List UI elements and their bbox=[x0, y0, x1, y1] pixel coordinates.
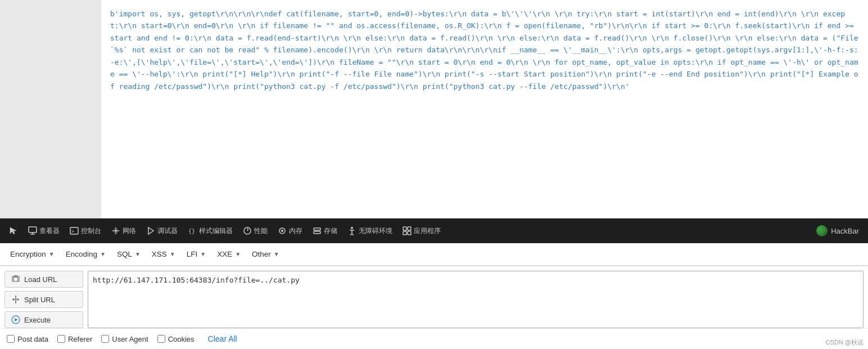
code-content: b'import os, sys, getopt\r\n\r\n\r\ndef … bbox=[101, 0, 868, 218]
devtools-network[interactable]: 网络 bbox=[107, 224, 141, 238]
devtools-inspector[interactable]: 查看器 bbox=[24, 224, 64, 238]
user-agent-checkbox[interactable]: User Agent bbox=[101, 335, 148, 343]
sql-chevron: ▼ bbox=[135, 251, 141, 257]
apps-icon bbox=[403, 226, 412, 235]
code-text: b'import os, sys, getopt\r\n\r\n\r\ndef … bbox=[110, 10, 858, 91]
user-agent-label: User Agent bbox=[112, 335, 148, 343]
user-agent-check[interactable] bbox=[101, 335, 109, 343]
menu-other[interactable]: Other ▼ bbox=[246, 247, 285, 262]
watermark: CSDN @秋说 bbox=[826, 338, 864, 347]
hackbar-body: Load URL Split URL Execute Post data bbox=[0, 266, 868, 349]
clear-all-button[interactable]: Clear All bbox=[208, 334, 237, 343]
load-url-icon bbox=[11, 274, 21, 284]
svg-rect-16 bbox=[403, 231, 406, 235]
left-panel bbox=[0, 0, 101, 218]
load-url-button[interactable]: Load URL bbox=[4, 271, 83, 288]
devtools-memory[interactable]: 内存 bbox=[273, 224, 307, 238]
memory-icon bbox=[278, 226, 287, 235]
svg-marker-27 bbox=[15, 318, 18, 321]
storage-icon bbox=[313, 226, 322, 235]
lfi-label: LFI bbox=[187, 250, 198, 258]
lfi-chevron: ▼ bbox=[200, 251, 206, 257]
hackbar-label: HackBar bbox=[831, 227, 859, 235]
url-input[interactable] bbox=[93, 276, 858, 284]
svg-marker-0 bbox=[10, 227, 16, 234]
split-url-icon bbox=[11, 294, 21, 305]
encryption-label: Encryption bbox=[10, 250, 46, 258]
svg-rect-15 bbox=[408, 227, 411, 230]
devtools-cursor-icon[interactable] bbox=[4, 224, 22, 238]
execute-button[interactable]: Execute bbox=[4, 311, 83, 328]
inspector-label: 查看器 bbox=[39, 226, 60, 236]
encryption-chevron: ▼ bbox=[49, 251, 55, 257]
debugger-label: 调试器 bbox=[157, 226, 178, 236]
apps-label: 应用程序 bbox=[414, 226, 441, 236]
menu-encryption[interactable]: Encryption ▼ bbox=[4, 247, 60, 262]
devtools-style-editor[interactable]: {} 样式编辑器 bbox=[183, 224, 237, 238]
hackbar-menu: Encryption ▼ Encoding ▼ SQL ▼ XSS ▼ LFI … bbox=[0, 243, 868, 266]
split-url-button[interactable]: Split URL bbox=[4, 291, 83, 308]
other-chevron: ▼ bbox=[274, 251, 279, 257]
devtools-console[interactable]: >_ 控制台 bbox=[65, 224, 106, 238]
menu-encoding[interactable]: Encoding ▼ bbox=[60, 247, 111, 262]
menu-xxe[interactable]: XXE ▼ bbox=[211, 247, 246, 262]
xss-label: XSS bbox=[152, 250, 167, 258]
post-data-check[interactable] bbox=[7, 335, 15, 343]
cookies-checkbox[interactable]: Cookies bbox=[157, 335, 195, 343]
svg-marker-6 bbox=[148, 227, 153, 234]
split-url-label: Split URL bbox=[24, 296, 55, 304]
side-buttons: Load URL Split URL Execute bbox=[4, 271, 83, 328]
hackbar-button[interactable]: HackBar bbox=[812, 223, 864, 239]
encoding-label: Encoding bbox=[66, 250, 97, 258]
storage-label: 存储 bbox=[324, 226, 337, 236]
svg-point-20 bbox=[14, 278, 17, 281]
svg-rect-12 bbox=[314, 231, 320, 234]
other-label: Other bbox=[252, 250, 271, 258]
devtools-storage[interactable]: 存储 bbox=[308, 224, 342, 238]
referer-checkbox[interactable]: Referer bbox=[57, 335, 92, 343]
console-icon: >_ bbox=[70, 226, 79, 235]
menu-sql[interactable]: SQL ▼ bbox=[111, 247, 146, 262]
svg-text:{}: {} bbox=[188, 228, 195, 234]
network-icon bbox=[111, 226, 120, 235]
menu-xss[interactable]: XSS ▼ bbox=[146, 247, 181, 262]
url-row: Load URL Split URL Execute bbox=[0, 266, 868, 328]
svg-text:>_: >_ bbox=[71, 229, 77, 234]
accessibility-label: 无障碍环境 bbox=[359, 226, 392, 236]
style-editor-icon: {} bbox=[188, 226, 197, 235]
debugger-icon bbox=[146, 226, 155, 235]
post-data-label: Post data bbox=[17, 335, 48, 343]
post-data-checkbox[interactable]: Post data bbox=[7, 335, 48, 343]
execute-icon bbox=[11, 315, 21, 325]
devtools-apps[interactable]: 应用程序 bbox=[398, 224, 445, 238]
devtools-debugger[interactable]: 调试器 bbox=[142, 224, 182, 238]
cursor-icon bbox=[9, 226, 18, 235]
bottom-bar: Post data Referer User Agent Cookies Cle… bbox=[0, 328, 868, 349]
svg-rect-14 bbox=[403, 227, 406, 230]
referer-check[interactable] bbox=[57, 335, 65, 343]
devtools-performance[interactable]: 性能 bbox=[238, 224, 272, 238]
svg-marker-19 bbox=[14, 275, 17, 278]
referer-label: Referer bbox=[68, 335, 92, 343]
xss-chevron: ▼ bbox=[170, 251, 175, 257]
xxe-label: XXE bbox=[217, 250, 232, 258]
hackbar-globe-icon bbox=[816, 225, 828, 236]
performance-label: 性能 bbox=[254, 226, 268, 236]
svg-point-13 bbox=[351, 227, 353, 229]
network-label: 网络 bbox=[123, 226, 136, 236]
xxe-chevron: ▼ bbox=[235, 251, 241, 257]
execute-label: Execute bbox=[24, 316, 51, 324]
menu-lfi[interactable]: LFI ▼ bbox=[181, 247, 211, 262]
devtools-toolbar: 查看器 >_ 控制台 网络 调试器 {} 样式编辑器 性能 内存 bbox=[0, 218, 868, 243]
devtools-accessibility[interactable]: 无障碍环境 bbox=[343, 224, 397, 238]
encoding-chevron: ▼ bbox=[100, 251, 106, 257]
cookies-check[interactable] bbox=[157, 335, 165, 343]
svg-rect-17 bbox=[408, 231, 411, 235]
console-label: 控制台 bbox=[81, 226, 101, 236]
svg-rect-11 bbox=[314, 228, 320, 230]
cookies-label: Cookies bbox=[168, 335, 195, 343]
url-input-container[interactable] bbox=[88, 271, 864, 328]
sql-label: SQL bbox=[117, 250, 132, 258]
performance-icon bbox=[243, 226, 252, 235]
load-url-label: Load URL bbox=[24, 275, 57, 284]
